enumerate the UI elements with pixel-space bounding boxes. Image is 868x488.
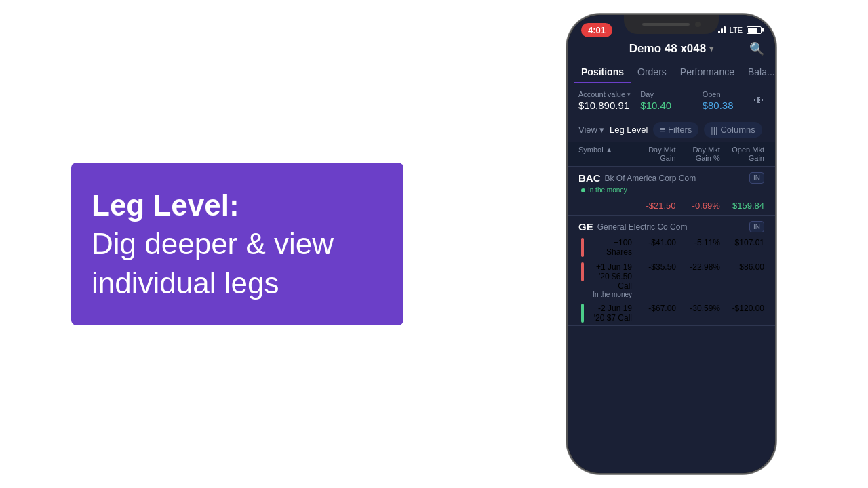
- sort-icon: ▲: [606, 146, 613, 154]
- promo-line1: Leg Level:: [92, 186, 383, 224]
- lte-label: LTE: [730, 26, 743, 34]
- promo-line2: Dig deeper & view individual legs: [92, 227, 334, 299]
- bac-data-row: -$21.50 -0.69% $159.84: [568, 197, 775, 215]
- bac-day-gain-pct: -0.69%: [676, 201, 720, 211]
- bac-in-badge: IN: [749, 172, 764, 184]
- stock-row-bac: BAC Bk Of America Corp Com IN In the mon…: [568, 167, 775, 216]
- columns-button[interactable]: ||| Columns: [704, 122, 762, 138]
- status-icons: LTE: [718, 26, 762, 34]
- day-value: $10.40: [640, 100, 702, 111]
- view-level-label: Leg Level: [610, 125, 648, 135]
- bac-day-gain: -$21.50: [631, 201, 675, 211]
- th-open-gain: Open MktGain: [720, 146, 764, 162]
- notch-line: [642, 23, 690, 26]
- account-header: Demo 48 x048 ▾ 🔍: [568, 39, 775, 61]
- orange-bar2-icon: [581, 262, 584, 281]
- th-day-gain: Day MktGain: [631, 146, 675, 162]
- view-chevron-icon: ▾: [599, 125, 604, 135]
- tab-positions[interactable]: Positions: [574, 61, 631, 83]
- tab-orders[interactable]: Orders: [631, 61, 673, 83]
- orange-bar-icon: [581, 238, 584, 257]
- controls-row: View ▾ Leg Level ≡ Filters ||| Columns: [568, 118, 775, 142]
- bac-symbol: BAC: [578, 172, 601, 184]
- hide-values-icon[interactable]: 👁: [753, 95, 764, 107]
- day-stat: Day $10.40: [640, 90, 702, 111]
- ge-leg3-day: -$67.00: [632, 304, 676, 313]
- ge-in-badge: IN: [749, 221, 764, 232]
- ge-leg-shares: +100 Shares -$41.00 -5.11% $107.01: [568, 235, 775, 260]
- bac-open-gain: $159.84: [720, 201, 764, 211]
- battery-icon: [747, 26, 762, 34]
- chevron-down-icon: ▾: [709, 44, 713, 54]
- bac-header[interactable]: BAC Bk Of America Corp Com IN: [568, 167, 775, 186]
- ge-symbol: GE: [578, 221, 593, 232]
- ge-leg-call1: +1 Jun 19 '20 $6.50 Call In the money -$…: [568, 260, 775, 301]
- ge-leg-call2: -2 Jun 19 '20 $7 Call -$67.00 -30.59% -$…: [568, 301, 775, 325]
- account-value-label: Account value ▾: [578, 90, 640, 98]
- notch-camera-icon: [695, 22, 701, 27]
- columns-icon: |||: [711, 125, 717, 135]
- signal-icon: [718, 26, 726, 33]
- ge-leg1-day: -$41.00: [632, 238, 676, 247]
- left-panel: Leg Level: Dig deeper & view individual …: [0, 0, 475, 488]
- view-text: View: [578, 125, 597, 135]
- ge-leg1-label: +100 Shares: [588, 238, 632, 257]
- phone-screen: 4:01 LTE Demo 48 x048 ▾: [568, 15, 775, 473]
- ge-leg1-day-pct: -5.11%: [676, 238, 720, 247]
- ge-leg2-day-pct: -22.98%: [676, 262, 720, 272]
- account-value-stat: Account value ▾ $10,890.91: [578, 90, 640, 111]
- ge-leg3-label: -2 Jun 19 '20 $7 Call: [588, 304, 632, 323]
- account-selector[interactable]: Demo 48 x048 ▾: [629, 42, 713, 56]
- phone-mockup: 4:01 LTE Demo 48 x048 ▾: [566, 14, 776, 474]
- search-button[interactable]: 🔍: [749, 41, 764, 56]
- stats-row: Account value ▾ $10,890.91 Day $10.40 Op…: [568, 83, 775, 118]
- chevron-small-icon: ▾: [627, 91, 631, 98]
- teal-bar-icon: [581, 304, 584, 323]
- tab-balance[interactable]: Bala...: [741, 61, 775, 83]
- green-dot-icon: [581, 188, 585, 192]
- ge-name: General Electric Co Com: [597, 222, 745, 232]
- ge-leg2-open: $86.00: [720, 262, 764, 272]
- filters-button[interactable]: ≡ Filters: [653, 122, 698, 138]
- promo-text: Leg Level: Dig deeper & view individual …: [92, 186, 383, 302]
- account-name-text: Demo 48 x048: [629, 42, 706, 56]
- th-symbol: Symbol ▲: [578, 146, 631, 162]
- time-display: 4:01: [581, 23, 612, 37]
- view-selector[interactable]: View ▾: [578, 125, 604, 135]
- stock-row-ge: GE General Electric Co Com IN +100 Share…: [568, 216, 775, 326]
- ge-leg2-day: -$35.50: [632, 262, 676, 272]
- nav-tabs: Positions Orders Performance Bala...: [568, 61, 775, 83]
- ge-leg3-day-pct: -30.59%: [676, 304, 720, 313]
- bac-name: Bk Of America Corp Com: [605, 174, 746, 183]
- th-day-gain-pct: Day MktGain %: [676, 146, 720, 162]
- right-panel: 4:01 LTE Demo 48 x048 ▾: [475, 0, 868, 488]
- table-header: Symbol ▲ Day MktGain Day MktGain % Open …: [568, 142, 775, 167]
- day-label: Day: [640, 90, 702, 98]
- ge-leg3-open: -$120.00: [720, 304, 764, 313]
- ge-leg2-label: +1 Jun 19 '20 $6.50 Call In the money: [588, 262, 632, 298]
- tab-performance[interactable]: Performance: [673, 61, 741, 83]
- promo-box: Leg Level: Dig deeper & view individual …: [71, 163, 403, 325]
- ge-leg1-open: $107.01: [720, 238, 764, 247]
- bac-sub-label: In the money: [568, 186, 775, 197]
- phone-notch: [624, 15, 719, 34]
- filter-icon: ≡: [660, 125, 665, 135]
- ge-header[interactable]: GE General Electric Co Com IN: [568, 216, 775, 235]
- account-value-amount: $10,890.91: [578, 100, 640, 111]
